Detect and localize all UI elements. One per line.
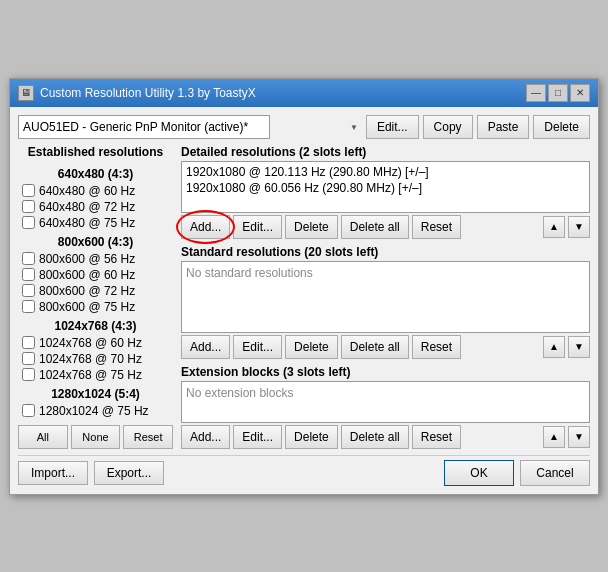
add-extension-button[interactable]: Add... [181,425,230,449]
checkbox-640x480-60: 640x480 @ 60 Hz [22,184,173,198]
checkbox-1024x768-70-label: 1024x768 @ 70 Hz [39,352,142,366]
checkbox-800x600-75-input[interactable] [22,300,35,313]
checkbox-640x480-72: 640x480 @ 72 Hz [22,200,173,214]
bottom-bar: Import... Export... OK Cancel [18,455,590,486]
checkbox-640x480-72-label: 640x480 @ 72 Hz [39,200,135,214]
checkbox-800x600-56-input[interactable] [22,252,35,265]
all-button[interactable]: All [18,425,68,449]
edit-monitor-button[interactable]: Edit... [366,115,419,139]
main-content: Established resolutions 640x480 (4:3) 64… [18,145,590,449]
copy-monitor-button[interactable]: Copy [423,115,473,139]
delete-all-extension-button[interactable]: Delete all [341,425,409,449]
down-extension-button[interactable]: ▼ [568,426,590,448]
window-icon: 🖥 [18,85,34,101]
group-640x480-title: 640x480 (4:3) [18,167,173,181]
checkbox-800x600-75: 800x600 @ 75 Hz [22,300,173,314]
main-window: 🖥 Custom Resolution Utility 1.3 by Toast… [9,78,599,495]
checkbox-1024x768-75-label: 1024x768 @ 75 Hz [39,368,142,382]
import-button[interactable]: Import... [18,461,88,485]
delete-all-standard-button[interactable]: Delete all [341,335,409,359]
title-bar: 🖥 Custom Resolution Utility 1.3 by Toast… [10,79,598,107]
checkbox-800x600-75-label: 800x600 @ 75 Hz [39,300,135,314]
extension-section: Extension blocks (3 slots left) No exten… [181,365,590,449]
detailed-title: Detailed resolutions (2 slots left) [181,145,590,159]
down-detailed-button[interactable]: ▼ [568,216,590,238]
checkbox-800x600-60: 800x600 @ 60 Hz [22,268,173,282]
checkbox-1280x1024-75-label: 1280x1024 @ 75 Hz [39,404,149,418]
import-export-row: Import... Export... [18,461,164,485]
checkbox-800x600-72-input[interactable] [22,284,35,297]
edit-detailed-button[interactable]: Edit... [233,215,282,239]
checkbox-1280x1024-75: 1280x1024 @ 75 Hz [22,404,173,418]
ok-button[interactable]: OK [444,460,514,486]
extension-placeholder: No extension blocks [184,384,587,402]
extension-listbox[interactable]: No extension blocks [181,381,590,423]
up-detailed-button[interactable]: ▲ [543,216,565,238]
none-button[interactable]: None [71,425,121,449]
checkbox-640x480-75-input[interactable] [22,216,35,229]
established-resolutions-title: Established resolutions [18,145,173,159]
paste-monitor-button[interactable]: Paste [477,115,530,139]
left-bottom-buttons: All None Reset [18,425,173,449]
down-standard-button[interactable]: ▼ [568,336,590,358]
up-standard-button[interactable]: ▲ [543,336,565,358]
standard-title: Standard resolutions (20 slots left) [181,245,590,259]
top-bar: AUO51ED - Generic PnP Monitor (active)* … [18,115,590,139]
list-item[interactable]: 1920x1080 @ 60.056 Hz (290.80 MHz) [+/–] [184,180,587,196]
edit-extension-button[interactable]: Edit... [233,425,282,449]
checkbox-800x600-72: 800x600 @ 72 Hz [22,284,173,298]
monitor-select-wrapper: AUO51ED - Generic PnP Monitor (active)* [18,115,362,139]
checkbox-640x480-75-label: 640x480 @ 75 Hz [39,216,135,230]
delete-all-detailed-button[interactable]: Delete all [341,215,409,239]
checkbox-1024x768-60-input[interactable] [22,336,35,349]
maximize-button[interactable]: □ [548,84,568,102]
checkbox-800x600-60-label: 800x600 @ 60 Hz [39,268,135,282]
reset-extension-button[interactable]: Reset [412,425,461,449]
detailed-action-row: Add... Edit... Delete Delete all Reset ▲… [181,215,590,239]
reset-standard-button[interactable]: Reset [412,335,461,359]
export-button[interactable]: Export... [94,461,164,485]
standard-listbox[interactable]: No standard resolutions [181,261,590,333]
standard-action-row: Add... Edit... Delete Delete all Reset ▲… [181,335,590,359]
delete-extension-button[interactable]: Delete [285,425,338,449]
reset-detailed-button[interactable]: Reset [412,215,461,239]
close-button[interactable]: ✕ [570,84,590,102]
window-body: AUO51ED - Generic PnP Monitor (active)* … [10,107,598,494]
delete-standard-button[interactable]: Delete [285,335,338,359]
checkbox-1024x768-75-input[interactable] [22,368,35,381]
detailed-section: Detailed resolutions (2 slots left) 1920… [181,145,590,239]
standard-placeholder: No standard resolutions [184,264,587,282]
checkbox-1024x768-60-label: 1024x768 @ 60 Hz [39,336,142,350]
cancel-button[interactable]: Cancel [520,460,590,486]
title-controls: — □ ✕ [526,84,590,102]
reset-established-button[interactable]: Reset [123,425,173,449]
checkbox-1024x768-75: 1024x768 @ 75 Hz [22,368,173,382]
extension-title: Extension blocks (3 slots left) [181,365,590,379]
checkbox-640x480-72-input[interactable] [22,200,35,213]
minimize-button[interactable]: — [526,84,546,102]
extension-action-row: Add... Edit... Delete Delete all Reset ▲… [181,425,590,449]
checkbox-1024x768-60: 1024x768 @ 60 Hz [22,336,173,350]
checkbox-1024x768-70-input[interactable] [22,352,35,365]
delete-detailed-button[interactable]: Delete [285,215,338,239]
window-title: Custom Resolution Utility 1.3 by ToastyX [40,86,256,100]
list-item[interactable]: 1920x1080 @ 120.113 Hz (290.80 MHz) [+/–… [184,164,587,180]
detailed-listbox[interactable]: 1920x1080 @ 120.113 Hz (290.80 MHz) [+/–… [181,161,590,213]
checkbox-640x480-60-input[interactable] [22,184,35,197]
checkbox-800x600-56: 800x600 @ 56 Hz [22,252,173,266]
add-detailed-button[interactable]: Add... [181,215,230,239]
checkbox-1280x1024-75-input[interactable] [22,404,35,417]
checkbox-800x600-72-label: 800x600 @ 72 Hz [39,284,135,298]
monitor-select[interactable]: AUO51ED - Generic PnP Monitor (active)* [18,115,270,139]
right-panel: Detailed resolutions (2 slots left) 1920… [181,145,590,449]
checkbox-800x600-60-input[interactable] [22,268,35,281]
up-extension-button[interactable]: ▲ [543,426,565,448]
add-standard-button[interactable]: Add... [181,335,230,359]
add-detailed-wrapper: Add... [181,215,230,239]
edit-standard-button[interactable]: Edit... [233,335,282,359]
delete-monitor-button[interactable]: Delete [533,115,590,139]
left-panel: Established resolutions 640x480 (4:3) 64… [18,145,173,449]
ok-cancel-row: OK Cancel [444,460,590,486]
checkbox-1024x768-70: 1024x768 @ 70 Hz [22,352,173,366]
group-800x600-title: 800x600 (4:3) [18,235,173,249]
